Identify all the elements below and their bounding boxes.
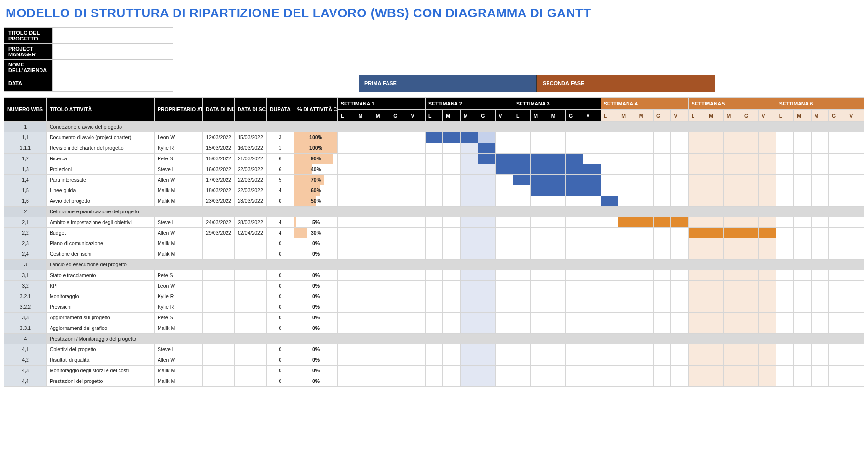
wbs-grid: NUMERO WBS TITOLO ATTIVITÀ PROPRIETARIO … xyxy=(4,97,864,387)
table-row: 1Concezione e avvio del progetto xyxy=(4,121,864,132)
table-row: 1,3ProiezioniSteve L16/03/202222/03/2022… xyxy=(4,164,864,174)
meta-value-title[interactable] xyxy=(53,28,173,44)
day-header: M xyxy=(531,109,548,121)
meta-label-date: DATA xyxy=(4,76,53,91)
day-header: M xyxy=(460,109,478,121)
col-task: TITOLO ATTIVITÀ xyxy=(47,97,155,121)
table-row: 2,3Piano di comunicazioneMalik M00% xyxy=(4,238,864,249)
table-row: 1,5Linee guidaMalik M18/03/202222/03/202… xyxy=(4,185,864,196)
table-row: 3,2KPILeon W00% xyxy=(4,280,864,291)
col-dur: DURATA xyxy=(267,97,294,121)
week-5: SETTIMANA 5 xyxy=(688,97,776,109)
table-row: 3Lancio ed esecuzione del progetto xyxy=(4,259,864,270)
table-row: 1,6Avvio del progettoMalik M23/03/202223… xyxy=(4,196,864,206)
day-header: V xyxy=(583,109,601,121)
day-header: M xyxy=(811,109,828,121)
table-row: 2,2BudgetAllen W29/03/202202/04/2022430% xyxy=(4,227,864,238)
meta-label-pm: PROJECT MANAGER xyxy=(4,44,53,60)
phase-2: SECONDA FASE xyxy=(537,75,715,92)
day-header: M xyxy=(636,109,653,121)
day-header: M xyxy=(706,109,723,121)
col-pct: % DI ATTIVITÀ COMPLETATO xyxy=(294,97,338,121)
col-owner: PROPRIETARIO ATTIVITÀ xyxy=(155,97,203,121)
table-row: 4Prestazioni / Monitoraggio del progetto xyxy=(4,333,864,344)
day-header: L xyxy=(776,109,793,121)
table-row: 3.3.1Aggiornamenti del graficoMalik M00% xyxy=(4,323,864,333)
phase-1: PRIMA FASE xyxy=(359,75,537,92)
table-row: 2,1Ambito e impostazione degli obiettivi… xyxy=(4,217,864,227)
week-6: SETTIMANA 6 xyxy=(776,97,864,109)
day-header: M xyxy=(548,109,565,121)
meta-table: TITOLO DEL PROGETTO PROJECT MANAGER NOME… xyxy=(4,27,173,92)
day-header: V xyxy=(495,109,513,121)
meta-value-company[interactable] xyxy=(53,60,173,76)
table-row: 3,1Stato e tracciamentoPete S00% xyxy=(4,270,864,280)
week-2: SETTIMANA 2 xyxy=(425,97,513,109)
day-header: L xyxy=(688,109,706,121)
col-wbs: NUMERO WBS xyxy=(4,97,47,121)
day-header: G xyxy=(478,109,495,121)
table-row: 4,1Obiettivi del progettoSteve L00% xyxy=(4,344,864,355)
table-row: 1,1Documento di avvio (project charter)L… xyxy=(4,132,864,143)
day-header: V xyxy=(846,109,864,121)
table-row: 3,3Aggiornamenti sul progettoPete S00% xyxy=(4,312,864,323)
day-header: G xyxy=(654,109,671,121)
day-header: V xyxy=(759,109,776,121)
day-header: M xyxy=(443,109,460,121)
col-start: DATA DI INIZIO xyxy=(203,97,235,121)
week-1: SETTIMANA 1 xyxy=(338,97,426,109)
phase-bar: PRIMA FASE SECONDA FASE xyxy=(359,75,864,92)
day-header: G xyxy=(828,109,846,121)
day-header: M xyxy=(723,109,741,121)
week-4: SETTIMANA 4 xyxy=(601,97,688,109)
day-header: V xyxy=(408,109,425,121)
day-header: L xyxy=(425,109,442,121)
table-row: 3.2.1MonitoraggioKylie R00% xyxy=(4,291,864,302)
day-header: M xyxy=(618,109,636,121)
table-row: 1.1.1Revisioni del charter del progettoK… xyxy=(4,143,864,153)
week-3: SETTIMANA 3 xyxy=(513,97,601,109)
table-row: 2,4Gestione dei rischiMalik M00% xyxy=(4,249,864,259)
day-header: G xyxy=(390,109,408,121)
day-header: L xyxy=(513,109,530,121)
table-row: 4,2Risultati di qualitàAllen W00% xyxy=(4,355,864,365)
header-row-1: NUMERO WBS TITOLO ATTIVITÀ PROPRIETARIO … xyxy=(4,97,864,109)
day-header: M xyxy=(794,109,811,121)
day-header: G xyxy=(566,109,583,121)
day-header: L xyxy=(601,109,618,121)
day-header: M xyxy=(355,109,373,121)
meta-value-date[interactable] xyxy=(53,76,173,91)
day-header: M xyxy=(373,109,390,121)
table-row: 1,2RicercaPete S15/03/202221/03/2022690% xyxy=(4,153,864,164)
table-row: 1,4Parti interessateAllen W17/03/202222/… xyxy=(4,174,864,185)
page-title: MODELLO DI STRUTTURA DI RIPARTIZIONE DEL… xyxy=(6,6,864,21)
table-row: 3.2.2PrevisioniKylie R00% xyxy=(4,302,864,312)
day-header: V xyxy=(671,109,688,121)
table-row: 2Definizione e pianificazione del proget… xyxy=(4,206,864,217)
table-row: 4,4Prestazioni del progettoMalik M00% xyxy=(4,376,864,386)
day-header: L xyxy=(338,109,355,121)
table-row: 4,3Monitoraggio degli sforzi e dei costi… xyxy=(4,365,864,376)
meta-label-company: NOME DELL'AZIENDA xyxy=(4,60,53,76)
meta-value-pm[interactable] xyxy=(53,44,173,60)
meta-label-title: TITOLO DEL PROGETTO xyxy=(4,28,53,44)
day-header: G xyxy=(741,109,758,121)
col-due: DATA DI SCADENZA xyxy=(235,97,267,121)
